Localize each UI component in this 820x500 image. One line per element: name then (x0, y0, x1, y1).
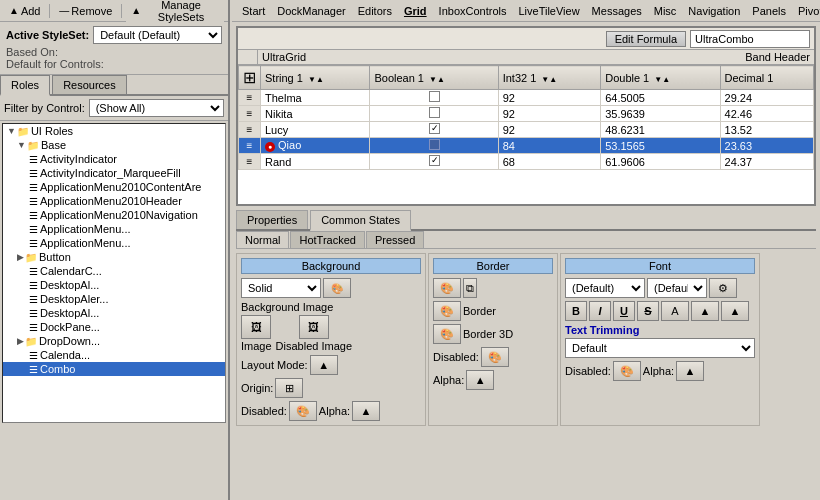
tab-resources[interactable]: Resources (52, 75, 127, 94)
font-color-btn2[interactable]: ▲ (691, 301, 719, 321)
font-alpha-btn[interactable]: ▲ (676, 361, 704, 381)
list-item[interactable]: ☰ DesktopAler... (3, 292, 225, 306)
bg-alpha-btn[interactable]: ▲ (352, 401, 380, 421)
add-button[interactable]: ▲ Add (4, 3, 45, 19)
table-row[interactable]: ≡ Nikita 92 35.9639 42.46 (239, 106, 814, 122)
text-trimming-select[interactable]: Default (565, 338, 755, 358)
layout-mode-btn[interactable]: ▲ (310, 355, 338, 375)
font-family-select[interactable]: (Default) (565, 278, 645, 298)
nav-messages[interactable]: Messages (586, 3, 648, 19)
checkbox[interactable] (429, 139, 440, 150)
expand-icon[interactable]: ▼ (17, 140, 26, 150)
bg-alpha-icon: ▲ (361, 405, 372, 417)
tab-common-states[interactable]: Common States (310, 210, 411, 231)
col-boolean1[interactable]: Boolean 1 ▼▲ (370, 66, 498, 90)
nav-start[interactable]: Start (236, 3, 271, 19)
border-title: Border (433, 258, 553, 274)
font-size-select[interactable]: (Default) (647, 278, 707, 298)
list-item[interactable]: ☰ ApplicationMenu... (3, 236, 225, 250)
disabled-image-btn[interactable]: 🖼 (299, 315, 329, 339)
list-item[interactable]: ☰ ApplicationMenu2010Navigation (3, 208, 225, 222)
tab-roles[interactable]: Roles (0, 75, 50, 96)
bg-color-btn[interactable]: 🎨 (323, 278, 351, 298)
ultracombo-input[interactable] (690, 30, 810, 48)
border-link-btn[interactable]: ⧉ (463, 278, 477, 298)
origin-btn[interactable]: ⊞ (275, 378, 303, 398)
bg-disabled-btn[interactable]: 🎨 (289, 401, 317, 421)
underline-btn[interactable]: U (613, 301, 635, 321)
border-icon: 🎨 (440, 305, 454, 318)
nav-panels[interactable]: Panels (746, 3, 792, 19)
tree-item-dropdown[interactable]: ▶ 📁 DropDown... (3, 334, 225, 348)
checkbox[interactable] (429, 123, 440, 134)
font-disabled-btn[interactable]: 🎨 (613, 361, 641, 381)
col-decimal1[interactable]: Decimal 1 (720, 66, 813, 90)
item-icon: ☰ (29, 280, 38, 291)
italic-btn[interactable]: I (589, 301, 611, 321)
font-color-btn3[interactable]: ▲ (721, 301, 749, 321)
based-on-row: Based On: (6, 46, 222, 58)
disabled-image-label: Disabled Image (276, 340, 352, 352)
nav-misc[interactable]: Misc (648, 3, 683, 19)
border3d-btn[interactable]: 🎨 (433, 324, 461, 344)
list-item[interactable]: ☰ CalendarC... (3, 264, 225, 278)
nav-livetileview[interactable]: LiveTileView (512, 3, 585, 19)
strikethrough-btn[interactable]: S (637, 301, 659, 321)
manage-stylesets-button[interactable]: ▲ Manage StyleSets (126, 0, 224, 25)
tree-item-button[interactable]: ▶ 📁 Button (3, 250, 225, 264)
remove-button[interactable]: — Remove (54, 3, 117, 19)
border-disabled-btn[interactable]: 🎨 (481, 347, 509, 367)
list-item[interactable]: ☰ DockPane... (3, 320, 225, 334)
table-row[interactable]: ≡ Thelma 92 64.5005 29.24 (239, 90, 814, 106)
edit-formula-button[interactable]: Edit Formula (606, 31, 686, 47)
expand-icon[interactable]: ▶ (17, 252, 24, 262)
list-item[interactable]: ☰ DesktopAl... (3, 306, 225, 320)
list-item[interactable]: ☰ Calenda... (3, 348, 225, 362)
styleset-select[interactable]: Default (Default) (93, 26, 222, 44)
solid-select[interactable]: Solid (241, 278, 321, 298)
expand-icon[interactable]: ▼ (7, 126, 16, 136)
tab-pressed[interactable]: Pressed (366, 231, 424, 248)
list-item[interactable]: ☰ ApplicationMenu2010ContentAre (3, 180, 225, 194)
checkbox[interactable] (429, 107, 440, 118)
image-btn[interactable]: 🖼 (241, 315, 271, 339)
tab-properties[interactable]: Properties (236, 210, 308, 229)
checkbox[interactable] (429, 91, 440, 102)
nav-dockmanager[interactable]: DockManager (271, 3, 351, 19)
checkbox[interactable] (429, 155, 440, 166)
tree-item-base[interactable]: ▼ 📁 Base (3, 138, 225, 152)
list-item-combo[interactable]: ☰ Combo (3, 362, 225, 376)
nav-grid[interactable]: Grid (398, 3, 433, 19)
add-icon: ▲ (9, 5, 19, 16)
tab-normal[interactable]: Normal (236, 231, 289, 248)
item-icon: ☰ (29, 154, 38, 165)
col-double1[interactable]: Double 1 ▼▲ (601, 66, 720, 90)
border-alpha-btn[interactable]: ▲ (466, 370, 494, 390)
bg-image-label: Background Image (241, 301, 421, 313)
expand-icon[interactable]: ▶ (17, 336, 24, 346)
list-item[interactable]: ☰ ApplicationMenu... (3, 222, 225, 236)
tree-item-ui-roles[interactable]: ▼ 📁 UI Roles (3, 124, 225, 138)
list-item[interactable]: ☰ ActivityIndicator_MarqueeFill (3, 166, 225, 180)
remove-icon: — (59, 5, 69, 16)
filter-select[interactable]: (Show All) (89, 99, 224, 117)
nav-navigation[interactable]: Navigation (682, 3, 746, 19)
font-color-btn1[interactable]: A (661, 301, 689, 321)
table-row[interactable]: ≡ Rand 68 61.9606 24.37 (239, 154, 814, 170)
nav-inboxcontrols[interactable]: InboxControls (433, 3, 513, 19)
font-settings-btn[interactable]: ⚙ (709, 278, 737, 298)
tree-panel[interactable]: ▼ 📁 UI Roles ▼ 📁 Base ☰ ActivityIndicato… (2, 123, 226, 423)
table-row[interactable]: ≡ Lucy 92 48.6231 13.52 (239, 122, 814, 138)
bold-btn[interactable]: B (565, 301, 587, 321)
table-row-selected[interactable]: ≡ ● Qiao 84 53.1565 23.63 (239, 138, 814, 154)
nav-editors[interactable]: Editors (352, 3, 398, 19)
list-item[interactable]: ☰ ActivityIndicator (3, 152, 225, 166)
nav-pivotgrid[interactable]: PivotGrid (792, 3, 820, 19)
border-style-btn[interactable]: 🎨 (433, 278, 461, 298)
tab-hottracked[interactable]: HotTracked (290, 231, 364, 248)
col-string1[interactable]: String 1 ▼▲ (261, 66, 370, 90)
border-btn[interactable]: 🎨 (433, 301, 461, 321)
list-item[interactable]: ☰ DesktopAl... (3, 278, 225, 292)
list-item[interactable]: ☰ ApplicationMenu2010Header (3, 194, 225, 208)
col-int1[interactable]: Int32 1 ▼▲ (498, 66, 601, 90)
